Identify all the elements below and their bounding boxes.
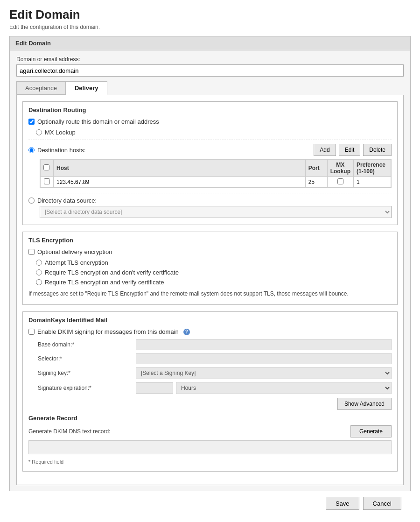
host-row-checkbox[interactable] [44,178,50,184]
table-row [41,177,391,188]
destination-hosts-table-wrap: Host Port MXLookup Preference(1-100) [40,159,392,188]
col-host: Host [54,160,306,177]
required-note: * Required field [28,459,392,465]
preference-input[interactable] [357,179,385,185]
destination-hosts-radio[interactable] [28,147,35,153]
cancel-button[interactable]: Cancel [363,497,401,510]
attempt-tls-label: Attempt TLS encryption [45,259,108,266]
attempt-tls-row: Attempt TLS encryption [36,259,392,266]
enable-dkim-row: Enable DKIM signing for messages from th… [28,328,392,335]
optionally-route-label: Optionally route this domain or email ad… [37,118,159,125]
signing-key-label: Signing key:* [38,370,131,376]
directory-data-source-label: Directory data source: [37,197,97,204]
selector-input[interactable] [136,353,392,364]
col-preference: Preference(1-100) [354,160,391,177]
enable-dkim-checkbox[interactable] [28,329,35,335]
port-input[interactable] [308,179,324,185]
destination-hosts-label: Destination hosts: [37,147,85,154]
show-advanced-button[interactable]: Show Advanced [337,398,392,410]
tab-content-delivery: Destination Routing Optionally route thi… [16,95,404,485]
optionally-route-checkbox[interactable] [28,119,35,125]
main-box-header: Edit Domain [10,36,410,50]
tls-title: TLS Encryption [28,237,392,244]
signing-key-select[interactable]: [Select a Signing Key] [136,367,392,379]
tabs-row: Acceptance Delivery [16,81,404,95]
hours-select[interactable]: Hours Days Weeks [176,382,392,394]
require-verify-row: Require TLS encryption and verify certif… [36,279,392,286]
optionally-route-row: Optionally route this domain or email ad… [28,118,392,125]
signature-expiration-input[interactable] [136,382,173,394]
require-no-verify-row: Require TLS encryption and don't verify … [36,269,392,276]
signature-expiration-label: Signature expiration:* [38,385,131,391]
attempt-tls-radio[interactable] [36,260,42,266]
dkim-help-icon[interactable]: ? [183,329,190,335]
tab-acceptance[interactable]: Acceptance [16,81,66,95]
generate-record-section: Generate Record Generate DKIM DNS text r… [28,415,392,454]
destination-hosts-row: Destination hosts: Add Edit Delete [28,144,392,156]
require-no-verify-radio[interactable] [36,269,42,275]
main-box: Edit Domain Domain or email address: Acc… [9,36,411,491]
host-input[interactable] [56,179,302,185]
destination-routing-section: Destination Routing Optionally route thi… [22,101,398,225]
enable-dkim-label: Enable DKIM signing for messages from th… [37,328,179,335]
generate-button[interactable]: Generate [350,425,392,437]
require-verify-label: Require TLS encryption and verify certif… [45,279,164,286]
generate-record-title: Generate Record [28,415,392,422]
mx-lookup-radio[interactable] [36,129,42,135]
select-all-hosts-checkbox[interactable] [43,164,49,170]
optional-delivery-label: Optional delivery encryption [37,248,112,255]
base-domain-input[interactable] [136,339,392,350]
base-domain-label: Base domain:* [38,341,131,348]
directory-data-source-row: Directory data source: [28,197,392,204]
directory-data-source-radio[interactable] [28,198,35,204]
require-no-verify-label: Require TLS encryption and don't verify … [45,269,179,276]
domain-label: Domain or email address: [16,56,404,63]
tls-note: If messages are set to "Require TLS Encr… [28,289,392,298]
delete-host-button[interactable]: Delete [363,144,392,156]
page-title: Edit Domain [9,7,411,22]
save-button[interactable]: Save [326,497,359,510]
optional-delivery-row: Optional delivery encryption [28,248,392,255]
selector-label: Selector:* [38,355,131,362]
signature-expiration-row: Hours Days Weeks [136,382,392,394]
generate-dns-label: Generate DKIM DNS text record: [28,428,110,435]
generate-output-field [28,440,392,454]
domain-input[interactable] [16,64,404,77]
generate-dns-row: Generate DKIM DNS text record: Generate [28,425,392,437]
edit-host-button[interactable]: Edit [339,144,361,156]
page-subtitle: Edit the configuration of this domain. [9,24,411,30]
mx-lookup-label: MX Lookup [45,129,76,136]
dkim-fields-grid: Base domain:* Selector:* Signing key:* [… [38,339,392,394]
add-host-button[interactable]: Add [314,144,336,156]
tab-delivery[interactable]: Delivery [66,81,107,95]
dkim-section: DomainKeys Identified Mail Enable DKIM s… [22,311,398,472]
destination-routing-title: Destination Routing [28,106,392,113]
tls-encryption-section: TLS Encryption Optional delivery encrypt… [22,232,398,305]
mx-lookup-row: MX Lookup [36,129,392,136]
col-mx-lookup: MXLookup [327,160,353,177]
optional-delivery-checkbox[interactable] [28,249,35,255]
destination-hosts-table: Host Port MXLookup Preference(1-100) [40,159,391,188]
footer-buttons: Save Cancel [9,491,411,515]
dkim-title: DomainKeys Identified Mail [28,317,392,324]
col-port: Port [305,160,327,177]
directory-data-source-select[interactable]: [Select a directory data source] [40,206,392,218]
require-verify-radio[interactable] [36,279,42,285]
mx-lookup-row-checkbox[interactable] [337,178,343,184]
